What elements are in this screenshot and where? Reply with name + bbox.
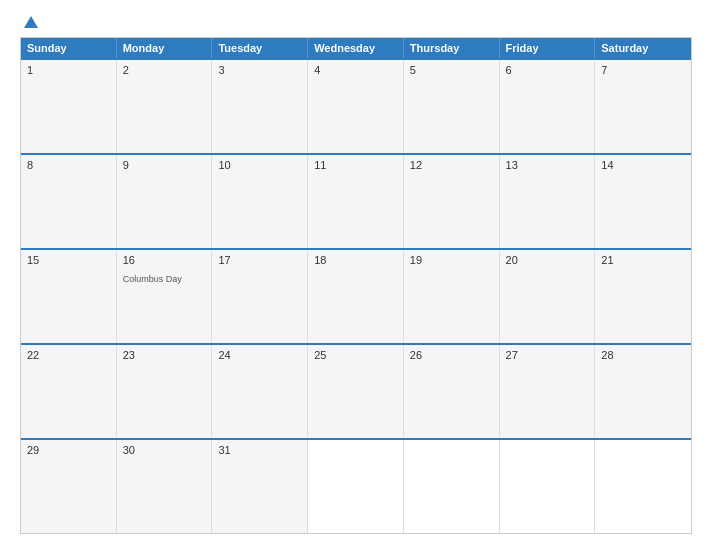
- day-cell: [404, 440, 500, 533]
- calendar-body: 12345678910111213141516Columbus Day17181…: [21, 58, 691, 533]
- holiday-label: Columbus Day: [123, 274, 182, 284]
- day-cell: 17: [212, 250, 308, 343]
- day-cell: [595, 440, 691, 533]
- day-cell: 5: [404, 60, 500, 153]
- day-cell: 20: [500, 250, 596, 343]
- day-cell: 13: [500, 155, 596, 248]
- day-cell: 25: [308, 345, 404, 438]
- day-number: 1: [27, 64, 110, 76]
- day-number: 5: [410, 64, 493, 76]
- day-cell: 22: [21, 345, 117, 438]
- day-cell: 21: [595, 250, 691, 343]
- day-cell: 29: [21, 440, 117, 533]
- header-day-saturday: Saturday: [595, 38, 691, 58]
- day-cell: 9: [117, 155, 213, 248]
- day-number: 12: [410, 159, 493, 171]
- day-number: 7: [601, 64, 685, 76]
- day-cell: 27: [500, 345, 596, 438]
- day-number: 26: [410, 349, 493, 361]
- header: [20, 16, 692, 29]
- day-number: 31: [218, 444, 301, 456]
- day-cell: 2: [117, 60, 213, 153]
- week-row-4: 22232425262728: [21, 343, 691, 438]
- day-number: 4: [314, 64, 397, 76]
- day-number: 19: [410, 254, 493, 266]
- day-cell: 18: [308, 250, 404, 343]
- day-cell: 7: [595, 60, 691, 153]
- week-row-2: 891011121314: [21, 153, 691, 248]
- day-cell: 16Columbus Day: [117, 250, 213, 343]
- day-cell: [308, 440, 404, 533]
- calendar-grid: SundayMondayTuesdayWednesdayThursdayFrid…: [20, 37, 692, 534]
- day-number: 11: [314, 159, 397, 171]
- day-number: 20: [506, 254, 589, 266]
- day-number: 24: [218, 349, 301, 361]
- day-cell: 6: [500, 60, 596, 153]
- week-row-1: 1234567: [21, 58, 691, 153]
- day-cell: 19: [404, 250, 500, 343]
- day-cell: 11: [308, 155, 404, 248]
- header-day-thursday: Thursday: [404, 38, 500, 58]
- day-cell: 26: [404, 345, 500, 438]
- day-number: 21: [601, 254, 685, 266]
- day-number: 16: [123, 254, 206, 266]
- day-number: 8: [27, 159, 110, 171]
- day-cell: 15: [21, 250, 117, 343]
- day-number: 23: [123, 349, 206, 361]
- day-cell: 14: [595, 155, 691, 248]
- day-number: 13: [506, 159, 589, 171]
- day-number: 9: [123, 159, 206, 171]
- calendar-header-row: SundayMondayTuesdayWednesdayThursdayFrid…: [21, 38, 691, 58]
- logo-blue-text: [20, 16, 38, 29]
- day-number: 25: [314, 349, 397, 361]
- day-cell: 31: [212, 440, 308, 533]
- week-row-5: 293031: [21, 438, 691, 533]
- day-number: 17: [218, 254, 301, 266]
- day-cell: 10: [212, 155, 308, 248]
- day-number: 14: [601, 159, 685, 171]
- day-number: 29: [27, 444, 110, 456]
- day-number: 3: [218, 64, 301, 76]
- logo-triangle-icon: [24, 16, 38, 28]
- day-cell: 30: [117, 440, 213, 533]
- day-number: 10: [218, 159, 301, 171]
- day-number: 28: [601, 349, 685, 361]
- day-number: 27: [506, 349, 589, 361]
- day-cell: 28: [595, 345, 691, 438]
- day-number: 18: [314, 254, 397, 266]
- logo: [20, 16, 38, 29]
- calendar-page: SundayMondayTuesdayWednesdayThursdayFrid…: [0, 0, 712, 550]
- header-day-monday: Monday: [117, 38, 213, 58]
- day-cell: 23: [117, 345, 213, 438]
- day-cell: 4: [308, 60, 404, 153]
- day-cell: 3: [212, 60, 308, 153]
- day-number: 30: [123, 444, 206, 456]
- day-number: 22: [27, 349, 110, 361]
- day-cell: 8: [21, 155, 117, 248]
- day-cell: 24: [212, 345, 308, 438]
- day-number: 15: [27, 254, 110, 266]
- day-cell: [500, 440, 596, 533]
- day-cell: 1: [21, 60, 117, 153]
- header-day-sunday: Sunday: [21, 38, 117, 58]
- header-day-friday: Friday: [500, 38, 596, 58]
- day-number: 2: [123, 64, 206, 76]
- header-day-wednesday: Wednesday: [308, 38, 404, 58]
- header-day-tuesday: Tuesday: [212, 38, 308, 58]
- day-number: 6: [506, 64, 589, 76]
- week-row-3: 1516Columbus Day1718192021: [21, 248, 691, 343]
- day-cell: 12: [404, 155, 500, 248]
